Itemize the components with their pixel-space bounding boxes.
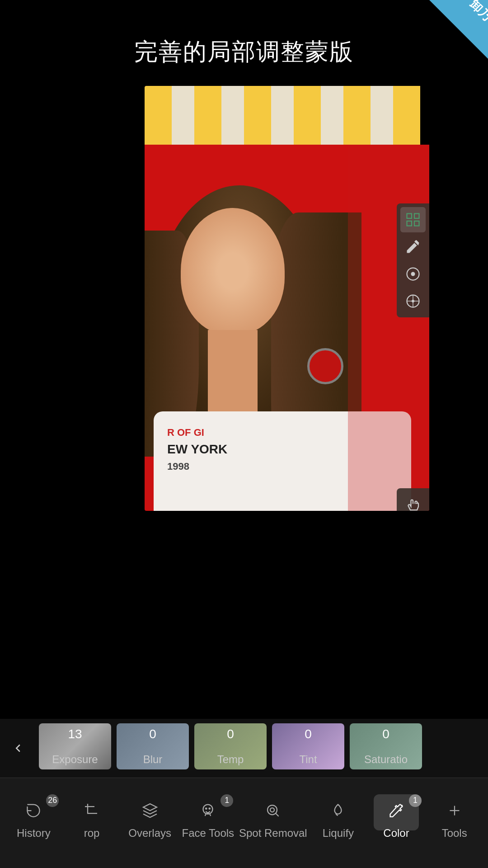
toolbar-top [397,203,429,317]
brush-indicator[interactable] [307,348,343,384]
crop-label: rop [84,827,100,840]
nav-item-tools[interactable]: Tools [427,798,482,840]
face [181,208,285,335]
crop-icon [79,798,104,823]
exposure-adjustment[interactable]: 13 Exposure [39,723,111,773]
page-title: 完善的局部调整蒙版 [134,38,354,65]
nav-item-color[interactable]: 1 Color [369,798,423,840]
face-tools-icon [195,798,221,823]
temp-label: Temp [217,753,244,766]
sat-value: 0 [382,727,389,741]
liquify-label: Liquify [323,827,354,840]
history-badge: 26 [46,794,59,807]
tint-adjustment[interactable]: 0 Tint [272,723,344,773]
tint-label: Tint [299,753,317,766]
svg-point-7 [412,300,414,302]
svg-point-12 [206,808,206,809]
blur-value: 0 [149,727,156,741]
svg-point-5 [411,272,415,276]
photo-area[interactable]: R OF GI EW YORK 1998 [145,86,429,511]
svg-rect-3 [414,221,419,226]
exposure-value: 13 [68,727,82,741]
nav-item-spot-removal[interactable]: Spot Removal [239,798,307,840]
tools-icon [442,798,467,823]
nav-item-history[interactable]: 26 History [6,798,61,840]
blur-label: Blur [143,753,163,766]
adjustment-items: 13 Exposure 0 Blur 0 Temp 0 Tint [36,723,488,773]
svg-rect-1 [414,214,419,219]
toolbar-bottom [397,488,429,511]
exposure-label: Exposure [52,753,98,766]
history-icon [21,798,46,823]
collapse-button[interactable] [0,741,36,755]
nav-item-face-tools[interactable]: 1 Face Tools [181,798,235,840]
color-overlay [348,145,429,511]
select-tool-button[interactable] [400,207,426,232]
tools-label: Tools [442,827,467,840]
svg-point-15 [270,808,274,812]
overlays-label: Overlays [128,827,171,840]
svg-point-13 [209,808,210,809]
liquify-icon [325,798,351,823]
svg-rect-2 [407,221,412,226]
color-badge: 1 [409,794,422,807]
tint-value: 0 [305,727,312,741]
overlays-icon [137,798,163,823]
svg-rect-0 [407,214,412,219]
history-label: History [17,827,51,840]
adjustments-bar: 13 Exposure 0 Blur 0 Temp 0 Tint [0,719,488,778]
spot-removal-label: Spot Removal [239,827,307,840]
nav-item-overlays[interactable]: Overlays [123,798,177,840]
blur-adjustment[interactable]: 0 Blur [117,723,189,773]
radial-tool-button[interactable] [400,261,426,287]
hand-tool-button[interactable] [400,492,426,511]
face-tools-badge: 1 [221,794,233,807]
temp-adjustment[interactable]: 0 Temp [194,723,267,773]
sat-label: Saturatio [364,753,408,766]
face-tools-label: Face Tools [182,827,234,840]
saturation-adjustment[interactable]: 0 Saturatio [350,723,422,773]
photo-scene: R OF GI EW YORK 1998 [145,86,429,511]
bottom-nav: 26 History rop Overlays 1 [0,778,488,868]
neck [208,330,258,420]
spot-removal-icon [260,798,286,823]
nav-item-crop[interactable]: rop [65,798,119,840]
pen-tool-button[interactable] [400,234,426,259]
nav-item-liquify[interactable]: Liquify [311,798,365,840]
temp-value: 0 [227,727,234,741]
corner-badge-text: 卸乃 [467,0,488,25]
gradient-tool-button[interactable] [400,288,426,314]
header: 完善的局部调整蒙版 [0,0,488,86]
